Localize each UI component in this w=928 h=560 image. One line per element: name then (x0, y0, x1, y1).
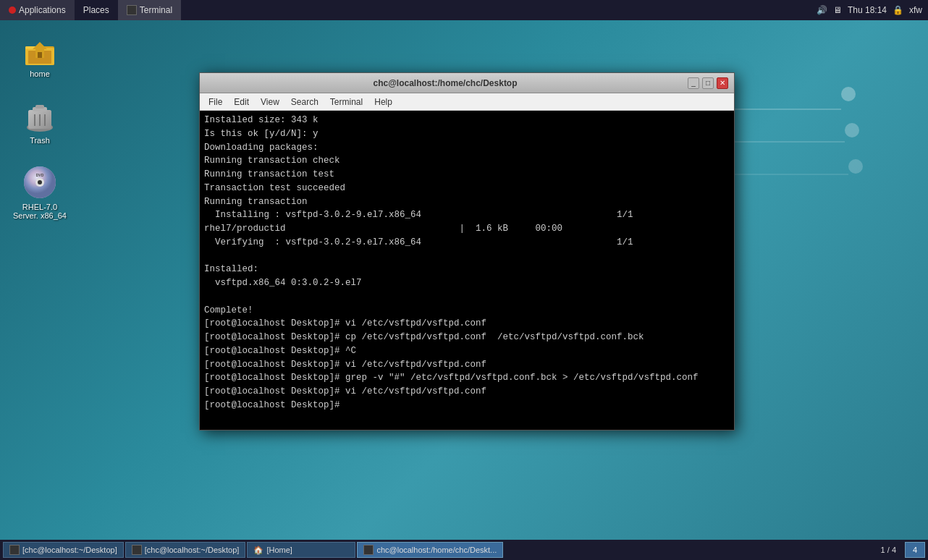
app-name: xfw (909, 5, 922, 15)
terminal-menubar: File Edit View Search Terminal Help (200, 93, 734, 111)
file-menu[interactable]: File (203, 93, 228, 110)
places-menu[interactable]: Places (75, 0, 118, 20)
edit-menu[interactable]: Edit (228, 93, 255, 110)
close-button[interactable]: ✕ (717, 77, 728, 89)
pager-num[interactable]: 4 (905, 542, 925, 558)
applications-menu[interactable]: Applications (0, 0, 75, 20)
terminal-title: chc@localhost:/home/chc/Desktop (206, 78, 685, 88)
system-tray: 🔊 🖥 Thu 18:14 🔒 xfw (817, 5, 928, 15)
svg-point-19 (38, 180, 42, 184)
home-icon-item[interactable]: home (7, 29, 72, 81)
taskbar-icon-3: 🏠 (253, 546, 263, 555)
terminal-body[interactable]: Installed size: 343 k Is this ok [y/d/N]… (200, 111, 734, 430)
home-icon-label: home (30, 69, 50, 78)
trash-icon-item[interactable]: Trash (7, 96, 72, 148)
deco-dot-2 (845, 123, 859, 137)
redhat-icon (9, 7, 16, 14)
svg-rect-7 (38, 52, 42, 58)
terminal-output: Installed size: 343 k Is this ok [y/d/N]… (204, 114, 730, 412)
svg-marker-5 (33, 42, 47, 49)
home-folder-icon (22, 32, 57, 67)
taskbar-top: Applications Places Terminal 🔊 🖥 Thu 18:… (0, 0, 928, 20)
search-menu[interactable]: Search (285, 93, 324, 110)
clock: Thu 18:14 (848, 5, 887, 15)
svg-text:DVD: DVD (36, 173, 44, 177)
deco-dot-1 (841, 87, 856, 101)
volume-icon: 🔊 (817, 5, 827, 15)
terminal-window: chc@localhost:/home/chc/Desktop _ □ ✕ Fi… (199, 72, 735, 430)
dvd-disc-icon: DVD (22, 165, 57, 200)
taskbar-btn-2[interactable]: [chc@localhost:~/Desktop] (125, 542, 246, 558)
terminal-menu-item[interactable]: Terminal (324, 93, 368, 110)
minimize-button[interactable]: _ (688, 77, 699, 89)
taskbar-icon-4 (363, 545, 374, 555)
taskbar-bottom: [chc@localhost:~/Desktop] [chc@localhost… (0, 540, 928, 560)
taskbar-icon-1 (9, 545, 20, 555)
terminal-menu[interactable]: Terminal (118, 0, 181, 20)
deco-dot-3 (848, 159, 863, 174)
taskbar-icon-2 (132, 545, 142, 555)
dvd-icon-item[interactable]: DVD RHEL-7.0 Server. x86_64 (7, 162, 72, 223)
top-app-menu: Applications Places Terminal (0, 0, 181, 20)
maximize-button[interactable]: □ (702, 77, 714, 89)
desktop-icons: home Trash (7, 29, 72, 223)
pager: 1 / 4 4 (875, 542, 925, 558)
display-icon: 🖥 (833, 5, 842, 15)
desktop: Applications Places Terminal 🔊 🖥 Thu 18:… (0, 0, 928, 560)
help-menu[interactable]: Help (368, 93, 398, 110)
terminal-titlebar: chc@localhost:/home/chc/Desktop _ □ ✕ (200, 73, 734, 93)
view-menu[interactable]: View (255, 93, 285, 110)
trash-icon-label: Trash (30, 136, 50, 145)
lock-icon: 🔒 (893, 5, 903, 15)
terminal-icon (127, 5, 137, 15)
taskbar-btn-4[interactable]: chc@localhost:/home/chc/Deskt... (357, 542, 503, 558)
taskbar-btn-1[interactable]: [chc@localhost:~/Desktop] (3, 542, 124, 558)
pager-label: 1 / 4 (875, 546, 902, 554)
svg-rect-12 (35, 105, 44, 109)
dvd-icon-label: RHEL-7.0 Server. x86_64 (10, 203, 69, 220)
trash-folder-icon (22, 98, 57, 133)
taskbar-btn-3[interactable]: 🏠 [Home] (247, 542, 355, 558)
